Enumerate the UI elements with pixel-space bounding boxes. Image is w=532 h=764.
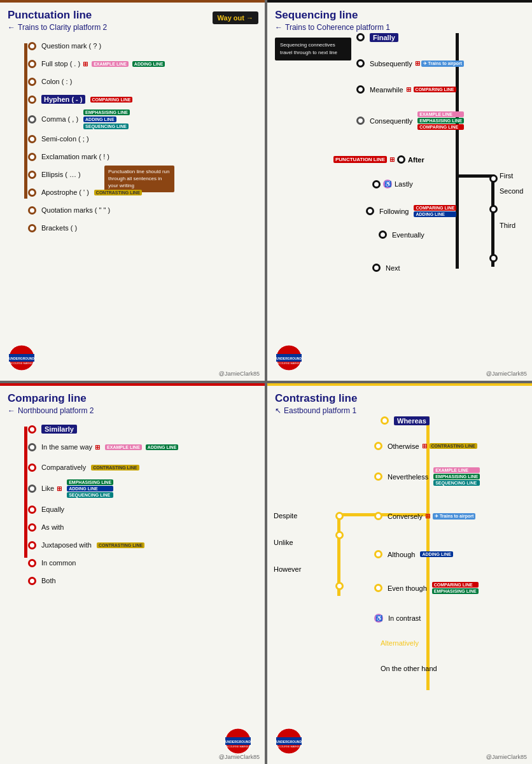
badge-emphasising: EMPHASISING LINE — [417, 118, 464, 124]
badge-adding: ADDING LINE — [67, 486, 113, 492]
badge-comparing: COMPARING LINE — [414, 87, 456, 92]
badge-comparing: COMPARING LINE — [414, 205, 456, 211]
stop-dot — [28, 506, 36, 514]
stop-apostrophe: Apostrophe ( ' ) CONTRASTING LINE — [28, 183, 257, 201]
stop-question-mark: Question mark ( ? ) — [28, 37, 257, 55]
svg-text:DISCOURSE MARKERS: DISCOURSE MARKERS — [8, 362, 36, 365]
comparing-header: Comparing line ← Northbound platform 2 — [8, 392, 257, 415]
underground-logo-p4: UNDERGROUND DISCOURSE MARKERS — [275, 727, 303, 758]
comparing-subtitle: ← Northbound platform 2 — [8, 406, 257, 415]
stop-dot-unlike — [335, 531, 344, 539]
badge-contrasting: CONTRASTING LINE — [97, 542, 144, 548]
seq-stations: Finally Subsequently ⊞ ✈ Trains to airpo… — [356, 33, 464, 135]
attribution-p1: @JamieClark85 — [219, 371, 260, 377]
attribution-p4: @JamieClark85 — [486, 754, 527, 760]
roundel-svg-p4: UNDERGROUND DISCOURSE MARKERS — [275, 727, 303, 755]
stop-dot-finally — [356, 33, 365, 41]
stop-dot — [379, 230, 387, 239]
consequently-badges: EXAMPLE LINE EMPHASISING LINE COMPARING … — [415, 111, 464, 130]
arrow-left-icon: ← — [8, 23, 15, 32]
badge-sequencing: SEQUENCING LINE — [67, 492, 113, 498]
stop-dot — [28, 224, 36, 232]
badge-example: EXAMPLE LINE — [417, 111, 464, 117]
badge-example: EXAMPLE LINE — [105, 444, 142, 450]
stop-in-common: In common — [28, 554, 257, 572]
stop-dot — [28, 559, 36, 567]
underground-logo-p1: UNDERGROUND DISCOURSE MARKERS — [8, 344, 36, 374]
sequencing-info-box: Sequencing connectives travel through to… — [275, 38, 351, 60]
seq-branch-v — [491, 174, 494, 267]
badge-emphasising: EMPHASISING LINE — [67, 479, 113, 485]
train-icon: ⊞ — [422, 442, 427, 449]
svg-text:UNDERGROUND: UNDERGROUND — [225, 740, 251, 744]
badge-emphasising: EMPHASISING LINE — [432, 588, 479, 594]
train-icon: ⊞ — [83, 60, 88, 67]
badge-sequencing: SEQUENCING LINE — [83, 124, 129, 129]
punctuation-track — [24, 43, 27, 199]
stop-full-stop: Full stop ( . ) ⊞ EXAMPLE LINE ADDING LI… — [28, 55, 257, 73]
sequencing-title: Sequencing line — [275, 9, 524, 22]
stop-dot — [374, 472, 382, 481]
badge-example: EXAMPLE LINE — [433, 467, 480, 473]
comparing-track — [24, 427, 27, 558]
badge-contrasting: CONTRASTING LINE — [430, 443, 477, 449]
similarly-highlight: Similarly — [41, 425, 77, 434]
nevertheless-badges: EXAMPLE LINE EMPHASISING LINE SEQUENCING… — [431, 467, 480, 486]
stop-dot — [28, 135, 36, 143]
roundel-svg-p2: UNDERGROUND DISCOURSE MARKERS — [275, 344, 303, 372]
apostrophe-badges: CONTRASTING LINE — [92, 190, 142, 195]
seq-branch-stations: First Second Third — [500, 172, 523, 229]
main-grid: Punctuation line ← Trains to Clarity pla… — [0, 0, 532, 764]
stop-dot-however — [335, 582, 344, 590]
stop-on-the-other-hand: On the other hand — [381, 665, 437, 672]
comma-badges: EMPHASISING LINE ADDING LINE SEQUENCING … — [81, 110, 130, 129]
sequencing-header: Sequencing line ← Trains to Coherence pl… — [275, 9, 524, 32]
badge-emphasising: EMPHASISING LINE — [83, 110, 130, 115]
stop-subsequently: Subsequently ⊞ ✈ Trains to airport — [356, 59, 464, 67]
stop-dot-multi — [356, 117, 365, 125]
svg-text:UNDERGROUND: UNDERGROUND — [276, 357, 302, 360]
contrasting-header: Contrasting line ↖ Eastbound platform 1 — [275, 392, 524, 415]
badge-contrasting: CONTRASTING LINE — [91, 465, 139, 470]
badge-adding: ADDING LINE — [146, 444, 179, 450]
stop-dot-multi — [28, 115, 36, 124]
stop-brackets: Brackets ( ) — [28, 219, 257, 237]
svg-text:DISCOURSE MARKERS: DISCOURSE MARKERS — [224, 745, 252, 748]
stop-otherwise: Otherwise ⊞ CONTRASTING LINE — [374, 442, 477, 450]
stop-lastly: ♿ Lastly — [372, 180, 413, 188]
attribution-p3: @JamieClark85 — [219, 754, 260, 760]
stop-first-label: First — [500, 172, 523, 180]
stop-comparatively: Comparatively CONTRASTING LINE — [28, 458, 257, 476]
punctuation-station-list: Question mark ( ? ) Full stop ( . ) ⊞ EX… — [8, 37, 257, 237]
seq-main-track — [456, 33, 459, 269]
stop-finally: Finally — [356, 33, 464, 41]
stop-however-label: However — [274, 565, 301, 573]
stop-similarly: Similarly — [28, 420, 257, 438]
stop-dot — [28, 153, 36, 161]
stop-conversely: Conversely ⊞ ✈ Trains to airport — [374, 512, 475, 520]
stop-dot-multi — [28, 443, 36, 451]
train-icon-after: ⊞ — [389, 156, 395, 163]
stop-dot-second — [489, 205, 498, 213]
comparing-station-list: Similarly In the same way ⊞ EXAMPLE LINE… — [8, 420, 257, 590]
stop-semicolon: Semi-colon ( ; ) — [28, 130, 257, 148]
underground-logo-p2: UNDERGROUND DISCOURSE MARKERS — [275, 344, 303, 374]
panel-punctuation: Punctuation line ← Trains to Clarity pla… — [0, 0, 265, 381]
stop-dot — [28, 78, 36, 86]
stop-dot-third — [489, 254, 498, 262]
panel-sequencing: Sequencing line ← Trains to Coherence pl… — [267, 0, 532, 381]
stop-dot — [356, 59, 365, 67]
like-badges: EMPHASISING LINE ADDING LINE SEQUENCING … — [64, 479, 113, 498]
stop-dot — [372, 180, 381, 188]
stop-consequently: Consequently EXAMPLE LINE EMPHASISING LI… — [356, 111, 464, 130]
stop-exclamation: Exclamation mark ( ! ) — [28, 148, 257, 166]
stop-in-contrast: ♿ In contrast — [374, 614, 421, 623]
badge-adding: ADDING LINE — [414, 211, 456, 217]
stop-dot — [374, 550, 382, 558]
badge-adding-line: ADDING LINE — [132, 61, 165, 67]
badge-airport: ✈ Trains to airport — [433, 513, 475, 520]
stop-comma: Comma ( , ) EMPHASISING LINE ADDING LINE… — [28, 108, 257, 130]
badge-comparing-line: COMPARING LINE — [90, 97, 133, 103]
stop-following: Following COMPARING LINE ADDING LINE — [366, 205, 456, 217]
panel-contrasting: Contrasting line ↖ Eastbound platform 1 … — [267, 383, 532, 764]
